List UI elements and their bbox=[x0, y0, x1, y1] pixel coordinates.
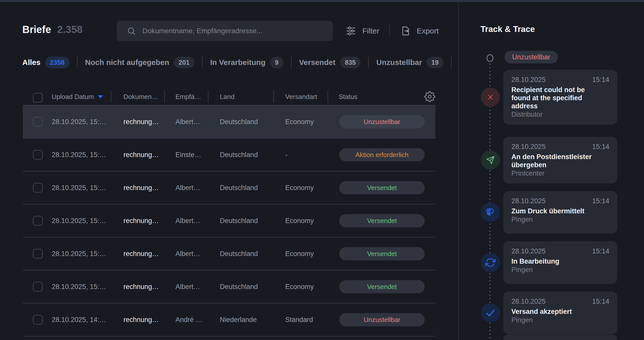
column-header-recipient[interactable]: Empfä… bbox=[175, 93, 201, 101]
toolbar: Filter Export bbox=[346, 21, 439, 41]
event-time: 15:14 bbox=[592, 198, 609, 205]
table-row[interactable]: 28.10.2025, 15:… rechnung… Einste… Deuts… bbox=[23, 139, 435, 172]
export-button[interactable]: Export bbox=[400, 26, 439, 36]
table-row[interactable]: 28.10.2025, 15:… rechnung… Albert… Deuts… bbox=[23, 172, 435, 205]
tab-versendet[interactable]: Versendet 835 bbox=[299, 57, 361, 68]
panel-heading: Track & Trace bbox=[480, 24, 535, 34]
select-all-checkbox[interactable] bbox=[33, 93, 43, 103]
row-checkbox[interactable] bbox=[33, 117, 43, 127]
row-checkbox[interactable] bbox=[33, 183, 43, 193]
event-carrier: Pingen bbox=[511, 266, 609, 273]
gear-icon bbox=[424, 91, 435, 102]
timeline-event: 28.10.2025 15:14 Zum Druck übermittelt P… bbox=[459, 191, 644, 234]
cell-document: rechnung… bbox=[123, 118, 159, 126]
column-header-country[interactable]: Land bbox=[220, 93, 235, 101]
status-badge: Versendet bbox=[339, 181, 425, 194]
export-file-icon bbox=[400, 26, 411, 36]
timeline-event: 28.10.2025 15:14 Recipient could not be … bbox=[459, 70, 644, 125]
cell-country: Deutschland bbox=[220, 151, 258, 159]
cell-upload-date: 28.10.2025, 15:… bbox=[52, 184, 106, 192]
search-placeholder: Dokumentname, Empfängeradresse... bbox=[142, 27, 262, 35]
tab-count-badge: 19 bbox=[426, 57, 443, 68]
tab-in-verarbeitung[interactable]: In Verarbeitung 9 bbox=[210, 57, 283, 68]
table-row[interactable]: 28.10.2025, 15:… rechnung… Albert… Deuts… bbox=[23, 205, 435, 237]
tab-label: In Verarbeitung bbox=[210, 58, 265, 67]
cell-country: Deutschland bbox=[220, 118, 258, 126]
page-title: Briefe bbox=[22, 24, 51, 35]
timeline-events: 28.10.2025 15:14 Recipient could not be … bbox=[459, 70, 644, 340]
table-row[interactable]: 28.10.2025, 15:… rechnung… Albert… Deuts… bbox=[23, 237, 435, 270]
tab-label: Unzustellbar bbox=[376, 58, 422, 67]
timeline-event: 28.10.2025 15:14 Versand akzeptiert Ping… bbox=[459, 292, 644, 334]
tab-count-badge: 201 bbox=[174, 57, 194, 68]
tab-noch-nicht-aufgegeben[interactable]: Noch nicht aufgegeben 201 bbox=[85, 57, 194, 68]
table-header: Upload Datum Dokumen… Empfä… Land Versan… bbox=[23, 88, 435, 106]
event-title: In Bearbeitung bbox=[511, 257, 605, 265]
track-trace-panel: Track & Trace Unzustellbar 28.10.2025 15… bbox=[459, 0, 644, 340]
column-header-document[interactable]: Dokumen… bbox=[123, 93, 158, 101]
event-time: 15:14 bbox=[592, 298, 609, 305]
event-carrier: Printcenter bbox=[511, 170, 609, 177]
column-header-shipping[interactable]: Versandart bbox=[285, 93, 317, 101]
event-date: 28.10.2025 bbox=[511, 76, 546, 83]
cell-recipient: André … bbox=[175, 316, 203, 324]
cell-document: rechnung… bbox=[123, 184, 159, 192]
tab-label: Noch nicht aufgegeben bbox=[85, 58, 169, 67]
status-badge: Unzustellbar bbox=[339, 313, 425, 326]
cell-upload-date: 28.10.2025, 15:… bbox=[52, 283, 106, 291]
cell-upload-date: 28.10.2025, 15:… bbox=[52, 250, 106, 258]
event-time: 15:14 bbox=[592, 76, 609, 83]
filter-button[interactable]: Filter bbox=[346, 26, 379, 36]
row-checkbox[interactable] bbox=[33, 249, 43, 259]
table-settings-button[interactable] bbox=[424, 91, 435, 102]
event-card: 28.10.2025 15:14 In Bearbeitung Pingen bbox=[503, 241, 617, 284]
event-card: 28.10.2025 15:14 An den Postdienstleiste… bbox=[503, 137, 617, 183]
cell-document: rechnung… bbox=[123, 151, 159, 159]
table-body: 28.10.2025, 15:… rechnung… Albert… Deuts… bbox=[23, 106, 435, 336]
column-header-status[interactable]: Status bbox=[339, 93, 357, 101]
event-date: 28.10.2025 bbox=[511, 198, 546, 205]
table-row[interactable]: 28.10.2025, 15:… rechnung… Albert… Deuts… bbox=[23, 270, 435, 303]
tab-count-badge: 2358 bbox=[45, 57, 69, 68]
column-header-upload-date[interactable]: Upload Datum bbox=[52, 93, 103, 101]
status-badge: Versendet bbox=[339, 247, 425, 260]
timeline-event: 28.10.2025 15:14 In Bearbeitung Pingen bbox=[459, 241, 644, 284]
event-date: 28.10.2025 bbox=[511, 298, 546, 305]
status-badge: Versendet bbox=[339, 214, 425, 227]
cell-document: rechnung… bbox=[123, 283, 159, 291]
cell-country: Deutschland bbox=[220, 283, 258, 291]
row-checkbox[interactable] bbox=[33, 216, 43, 226]
tab-unzustellbar[interactable]: Unzustellbar 19 bbox=[376, 57, 443, 68]
cell-document: rechnung… bbox=[123, 217, 159, 225]
filter-sliders-icon bbox=[346, 26, 356, 36]
row-checkbox[interactable] bbox=[33, 282, 43, 292]
tab-count-badge: 9 bbox=[270, 57, 283, 68]
row-checkbox[interactable] bbox=[33, 150, 43, 160]
cell-document: rechnung… bbox=[123, 316, 159, 324]
sort-desc-icon bbox=[98, 95, 103, 98]
tab-alles[interactable]: Alles 2358 bbox=[22, 57, 69, 68]
refresh-icon bbox=[481, 253, 500, 272]
event-date: 28.10.2025 bbox=[511, 143, 546, 150]
event-time: 15:14 bbox=[592, 143, 609, 150]
table-row[interactable]: 28.10.2025, 14:… rechnung… André … Niede… bbox=[23, 303, 435, 336]
table-row[interactable]: 28.10.2025, 15:… rechnung… Albert… Deuts… bbox=[23, 106, 435, 139]
cell-upload-date: 28.10.2025, 15:… bbox=[52, 151, 106, 159]
cell-upload-date: 28.10.2025, 15:… bbox=[52, 118, 106, 126]
event-title: Recipient could not be found at the spec… bbox=[511, 86, 605, 110]
event-card: 28.10.2025 15:14 Recipient could not be … bbox=[503, 70, 617, 125]
export-label: Export bbox=[417, 27, 439, 35]
cell-shipping: Economy bbox=[285, 250, 314, 258]
row-checkbox[interactable] bbox=[33, 315, 43, 325]
cell-shipping: Economy bbox=[285, 217, 314, 225]
cell-shipping: Standard bbox=[285, 316, 313, 324]
search-input[interactable]: Dokumentname, Empfängeradresse... bbox=[117, 21, 333, 41]
send-icon bbox=[481, 150, 500, 170]
cell-upload-date: 28.10.2025, 15:… bbox=[52, 217, 106, 225]
x-icon bbox=[481, 88, 500, 107]
timeline-event: 28.10.2025 15:14 An den Postdienstleiste… bbox=[459, 137, 644, 183]
search-icon bbox=[127, 26, 136, 36]
cell-country: Deutschland bbox=[220, 250, 258, 258]
page-title-group: Briefe 2.358 bbox=[22, 24, 83, 35]
cell-upload-date: 28.10.2025, 14:… bbox=[52, 316, 106, 324]
